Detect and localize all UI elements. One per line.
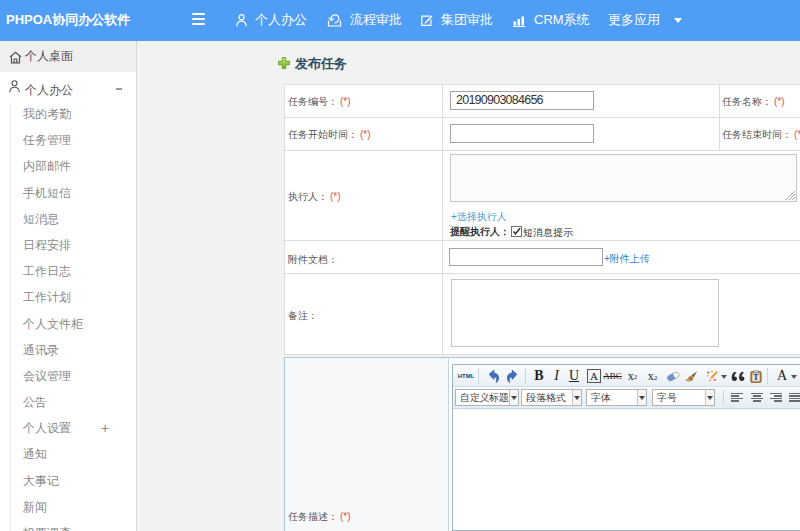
svg-text:T: T <box>753 373 759 382</box>
